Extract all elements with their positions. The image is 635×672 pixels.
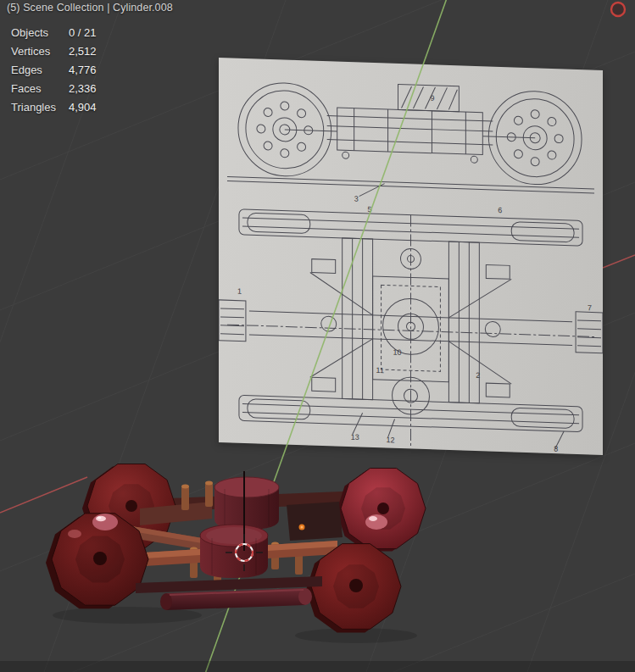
wheel-front-right[interactable]: [306, 544, 401, 633]
stat-label: Edges: [11, 64, 67, 76]
knob-left: [92, 514, 118, 530]
stat-value: 0 / 21: [69, 26, 97, 39]
stat-value: 4,776: [69, 64, 97, 76]
viewport-bottom-edge: [0, 661, 635, 672]
knob-right: [365, 514, 387, 530]
stats-overlay: Objects 0 / 21 Vertices 2,512 Edges 4,77…: [11, 26, 97, 114]
stat-value: 2,336: [69, 82, 97, 95]
stat-label: Objects: [11, 26, 67, 39]
axis-gizmo-red-circle[interactable]: [611, 3, 625, 16]
cylinder-upper[interactable]: [214, 477, 279, 530]
stat-label: Faces: [11, 82, 67, 95]
wheel-back-right[interactable]: [337, 469, 426, 552]
3d-viewport[interactable]: 9 3 5 6 1 7 10 11 2 13 12 8: [0, 0, 635, 672]
cylinder-lower[interactable]: [200, 525, 268, 578]
stat-label: Triangles: [11, 101, 67, 114]
stat-label: Vertices: [11, 45, 67, 58]
breadcrumb: (5) Scene Collection | Cylinder.008: [7, 2, 173, 14]
stat-value: 2,512: [69, 45, 97, 58]
stat-value: 4,904: [69, 101, 97, 114]
